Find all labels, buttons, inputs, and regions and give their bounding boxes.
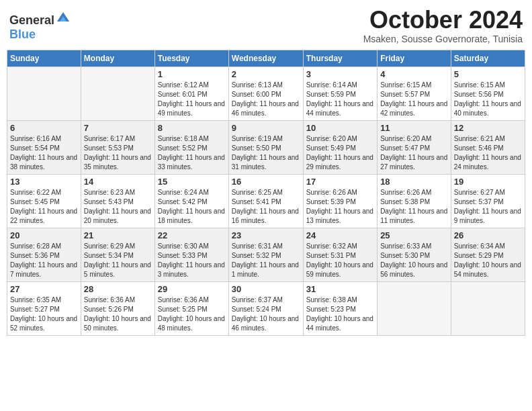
day-number: 16 — [232, 177, 300, 187]
day-info: Sunrise: 6:16 AMSunset: 5:54 PMDaylight:… — [10, 134, 78, 172]
calendar-cell: 21Sunrise: 6:29 AMSunset: 5:34 PMDayligh… — [81, 228, 154, 281]
calendar-cell: 14Sunrise: 6:23 AMSunset: 5:43 PMDayligh… — [81, 174, 154, 228]
calendar-week-row: 6Sunrise: 6:16 AMSunset: 5:54 PMDaylight… — [7, 120, 525, 174]
day-info: Sunrise: 6:15 AMSunset: 5:57 PMDaylight:… — [380, 81, 448, 118]
day-info: Sunrise: 6:29 AMSunset: 5:34 PMDaylight:… — [84, 242, 152, 279]
day-number: 17 — [306, 177, 374, 187]
day-number: 2 — [232, 69, 300, 79]
day-info: Sunrise: 6:13 AMSunset: 6:00 PMDaylight:… — [232, 81, 300, 118]
calendar-cell: 27Sunrise: 6:35 AMSunset: 5:27 PMDayligh… — [7, 281, 81, 335]
weekday-header-monday: Monday — [81, 50, 154, 66]
day-info: Sunrise: 6:22 AMSunset: 5:45 PMDaylight:… — [10, 188, 78, 226]
weekday-header-tuesday: Tuesday — [154, 50, 228, 66]
calendar-cell: 8Sunrise: 6:18 AMSunset: 5:52 PMDaylight… — [154, 120, 228, 174]
logo: General Blue — [9, 9, 71, 42]
day-info: Sunrise: 6:25 AMSunset: 5:41 PMDaylight:… — [232, 188, 300, 226]
calendar-cell: 9Sunrise: 6:19 AMSunset: 5:50 PMDaylight… — [228, 120, 303, 174]
day-info: Sunrise: 6:31 AMSunset: 5:32 PMDaylight:… — [232, 242, 300, 279]
location-subtitle: Msaken, Sousse Governorate, Tunisia — [363, 34, 523, 44]
day-number: 29 — [158, 284, 226, 294]
day-number: 12 — [454, 123, 522, 133]
calendar-table: SundayMondayTuesdayWednesdayThursdayFrid… — [7, 50, 525, 336]
day-info: Sunrise: 6:24 AMSunset: 5:42 PMDaylight:… — [158, 188, 226, 226]
day-number: 15 — [158, 177, 226, 187]
logo-text-general: General — [9, 13, 54, 27]
title-area: October 2024 Msaken, Sousse Governorate,… — [363, 7, 523, 44]
weekday-header-wednesday: Wednesday — [228, 50, 303, 66]
calendar-cell: 7Sunrise: 6:17 AMSunset: 5:53 PMDaylight… — [81, 120, 154, 174]
weekday-header-thursday: Thursday — [303, 50, 377, 66]
calendar-cell: 16Sunrise: 6:25 AMSunset: 5:41 PMDayligh… — [228, 174, 303, 228]
day-number: 6 — [10, 123, 78, 133]
logo-icon — [56, 9, 71, 24]
day-number: 27 — [10, 284, 78, 294]
day-number: 21 — [84, 230, 152, 240]
page-header: General Blue October 2024 Msaken, Sousse… — [7, 7, 525, 44]
weekday-header-saturday: Saturday — [451, 50, 525, 66]
calendar-cell: 25Sunrise: 6:33 AMSunset: 5:30 PMDayligh… — [378, 228, 451, 281]
calendar-cell: 26Sunrise: 6:34 AMSunset: 5:29 PMDayligh… — [451, 228, 525, 281]
day-number: 22 — [158, 230, 226, 240]
day-info: Sunrise: 6:33 AMSunset: 5:30 PMDaylight:… — [380, 242, 448, 279]
day-number: 20 — [10, 230, 78, 240]
calendar-cell: 18Sunrise: 6:26 AMSunset: 5:38 PMDayligh… — [378, 174, 451, 228]
calendar-cell: 20Sunrise: 6:28 AMSunset: 5:36 PMDayligh… — [7, 228, 81, 281]
calendar-cell: 15Sunrise: 6:24 AMSunset: 5:42 PMDayligh… — [154, 174, 228, 228]
calendar-cell: 23Sunrise: 6:31 AMSunset: 5:32 PMDayligh… — [228, 228, 303, 281]
logo-text-blue: Blue — [9, 28, 36, 41]
weekday-header-friday: Friday — [378, 50, 451, 66]
day-info: Sunrise: 6:34 AMSunset: 5:29 PMDaylight:… — [454, 242, 522, 279]
day-info: Sunrise: 6:26 AMSunset: 5:39 PMDaylight:… — [306, 188, 374, 226]
day-info: Sunrise: 6:38 AMSunset: 5:23 PMDaylight:… — [306, 295, 374, 333]
day-number: 30 — [232, 284, 300, 294]
calendar-cell: 3Sunrise: 6:14 AMSunset: 5:59 PMDaylight… — [303, 66, 377, 120]
day-number: 7 — [84, 123, 152, 133]
calendar-cell: 12Sunrise: 6:21 AMSunset: 5:46 PMDayligh… — [451, 120, 525, 174]
calendar-cell — [81, 66, 154, 120]
day-number: 5 — [454, 69, 522, 79]
calendar-cell: 22Sunrise: 6:30 AMSunset: 5:33 PMDayligh… — [154, 228, 228, 281]
calendar-week-row: 27Sunrise: 6:35 AMSunset: 5:27 PMDayligh… — [7, 281, 525, 335]
day-number: 3 — [306, 69, 374, 79]
day-info: Sunrise: 6:12 AMSunset: 6:01 PMDaylight:… — [158, 81, 226, 118]
weekday-header-sunday: Sunday — [7, 50, 81, 66]
calendar-cell: 11Sunrise: 6:20 AMSunset: 5:47 PMDayligh… — [378, 120, 451, 174]
day-info: Sunrise: 6:15 AMSunset: 5:56 PMDaylight:… — [454, 81, 522, 118]
calendar-cell: 17Sunrise: 6:26 AMSunset: 5:39 PMDayligh… — [303, 174, 377, 228]
day-info: Sunrise: 6:28 AMSunset: 5:36 PMDaylight:… — [10, 242, 78, 279]
day-number: 10 — [306, 123, 374, 133]
calendar-cell: 19Sunrise: 6:27 AMSunset: 5:37 PMDayligh… — [451, 174, 525, 228]
day-number: 13 — [10, 177, 78, 187]
day-info: Sunrise: 6:18 AMSunset: 5:52 PMDaylight:… — [158, 134, 226, 172]
calendar-week-row: 20Sunrise: 6:28 AMSunset: 5:36 PMDayligh… — [7, 228, 525, 281]
calendar-cell — [7, 66, 81, 120]
calendar-cell: 28Sunrise: 6:36 AMSunset: 5:26 PMDayligh… — [81, 281, 154, 335]
day-info: Sunrise: 6:23 AMSunset: 5:43 PMDaylight:… — [84, 188, 152, 226]
day-info: Sunrise: 6:27 AMSunset: 5:37 PMDaylight:… — [454, 188, 522, 226]
calendar-cell: 24Sunrise: 6:32 AMSunset: 5:31 PMDayligh… — [303, 228, 377, 281]
day-number: 4 — [380, 69, 448, 79]
calendar-cell: 6Sunrise: 6:16 AMSunset: 5:54 PMDaylight… — [7, 120, 81, 174]
day-info: Sunrise: 6:14 AMSunset: 5:59 PMDaylight:… — [306, 81, 374, 118]
day-number: 28 — [84, 284, 152, 294]
calendar-cell: 13Sunrise: 6:22 AMSunset: 5:45 PMDayligh… — [7, 174, 81, 228]
day-number: 26 — [454, 230, 522, 240]
day-info: Sunrise: 6:30 AMSunset: 5:33 PMDaylight:… — [158, 242, 226, 279]
calendar-header-row: SundayMondayTuesdayWednesdayThursdayFrid… — [7, 50, 525, 66]
day-info: Sunrise: 6:21 AMSunset: 5:46 PMDaylight:… — [454, 134, 522, 172]
calendar-week-row: 1Sunrise: 6:12 AMSunset: 6:01 PMDaylight… — [7, 66, 525, 120]
day-number: 8 — [158, 123, 226, 133]
day-number: 14 — [84, 177, 152, 187]
calendar-cell: 29Sunrise: 6:36 AMSunset: 5:25 PMDayligh… — [154, 281, 228, 335]
day-info: Sunrise: 6:36 AMSunset: 5:26 PMDaylight:… — [84, 295, 152, 333]
day-number: 9 — [232, 123, 300, 133]
calendar-cell: 5Sunrise: 6:15 AMSunset: 5:56 PMDaylight… — [451, 66, 525, 120]
calendar-cell — [451, 281, 525, 335]
day-info: Sunrise: 6:19 AMSunset: 5:50 PMDaylight:… — [232, 134, 300, 172]
day-number: 19 — [454, 177, 522, 187]
day-info: Sunrise: 6:20 AMSunset: 5:49 PMDaylight:… — [306, 134, 374, 172]
day-info: Sunrise: 6:36 AMSunset: 5:25 PMDaylight:… — [158, 295, 226, 333]
calendar-cell: 30Sunrise: 6:37 AMSunset: 5:24 PMDayligh… — [228, 281, 303, 335]
day-number: 23 — [232, 230, 300, 240]
day-number: 25 — [380, 230, 448, 240]
